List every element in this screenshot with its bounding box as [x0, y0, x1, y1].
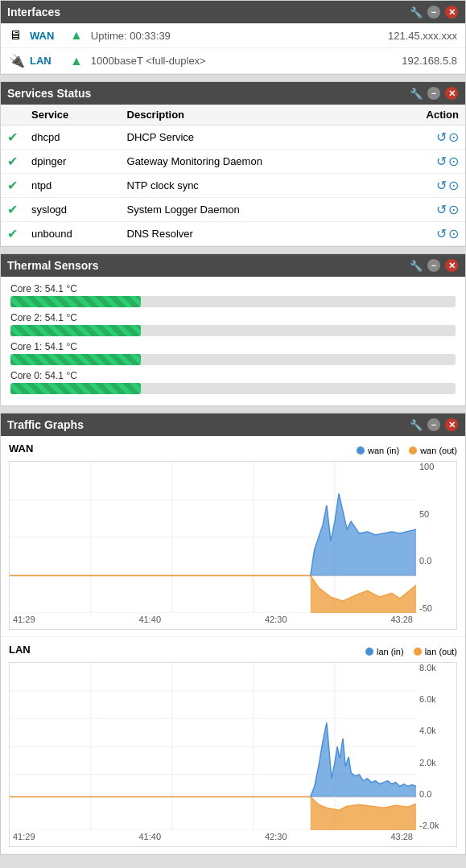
- service-status-3: ✔: [1, 198, 25, 222]
- lan-y-2k: 2.0k: [419, 758, 453, 767]
- wan-x-42-30: 42:30: [265, 615, 287, 627]
- service-stop-icon-1[interactable]: ⊙: [448, 154, 459, 169]
- thermal-header-icons: 🔧 − ✕: [409, 258, 459, 273]
- wan-x-axis: 41:29 41:40 42:30 43:28: [10, 613, 416, 629]
- service-status-1: ✔: [1, 150, 25, 174]
- service-stop-icon-0[interactable]: ⊙: [448, 130, 459, 145]
- lan-graph-title: LAN: [9, 644, 31, 656]
- service-desc-1: Gateway Monitoring Daemon: [121, 150, 385, 174]
- service-row: ✔ unbound DNS Resolver ↺ ⊙: [1, 222, 465, 246]
- traffic-panel: Traffic Graphs 🔧 − ✕ WAN wan (in) wan (o…: [0, 413, 466, 855]
- thermal-wrench-icon[interactable]: 🔧: [409, 258, 423, 273]
- lan-y-4k: 4.0k: [419, 726, 453, 735]
- wan-y-label-0: 0.0: [419, 556, 453, 566]
- service-actions-3: ↺ ⊙: [385, 198, 465, 222]
- services-close-icon[interactable]: ✕: [444, 86, 459, 101]
- service-stop-icon-4[interactable]: ⊙: [448, 226, 459, 241]
- wan-y-label-neg50: -50: [419, 603, 453, 613]
- service-name-4: unbound: [25, 222, 121, 246]
- service-ok-icon-4: ✔: [7, 227, 18, 241]
- wan-out-legend: wan (out): [409, 446, 457, 455]
- thermal-close-icon[interactable]: ✕: [444, 258, 459, 273]
- traffic-wrench-icon[interactable]: 🔧: [409, 418, 423, 432]
- lan-x-41-29: 41:29: [13, 832, 35, 845]
- thermal-minimize-icon[interactable]: −: [427, 258, 441, 273]
- lan-graph-header: LAN lan (in) lan (out): [9, 644, 457, 659]
- traffic-close-icon[interactable]: ✕: [444, 418, 459, 432]
- thermal-row-2: Core 1: 54.1 °C: [10, 341, 456, 365]
- wan-uptime: Uptime: 00:33:39: [91, 30, 388, 42]
- wan-in-label: wan (in): [368, 446, 399, 455]
- minimize-icon[interactable]: −: [427, 5, 441, 19]
- thermal-bar-fill-1: [10, 325, 141, 336]
- thermal-bar-fill-2: [10, 354, 141, 365]
- thermal-title: Thermal Sensors: [7, 259, 99, 272]
- service-ok-icon-3: ✔: [7, 203, 18, 216]
- lan-x-42-30: 42:30: [265, 832, 287, 845]
- status-col-header: [1, 105, 25, 125]
- service-actions-4: ↺ ⊙: [385, 222, 465, 246]
- lan-interface-link[interactable]: LAN: [30, 55, 70, 67]
- service-desc-2: NTP clock sync: [121, 174, 385, 198]
- thermal-label-0: Core 3: 54.1 °C: [10, 283, 456, 294]
- services-panel: Services Status 🔧 − ✕ Service Descriptio…: [0, 81, 466, 247]
- wan-status-arrow: ▲: [70, 28, 83, 43]
- service-status-4: ✔: [1, 222, 25, 246]
- service-name-0: dhcpd: [25, 125, 121, 150]
- services-wrench-icon[interactable]: 🔧: [409, 86, 423, 101]
- service-name-3: syslogd: [25, 198, 121, 222]
- service-stop-icon-3[interactable]: ⊙: [448, 202, 459, 217]
- wan-out-dot: [409, 446, 417, 455]
- lan-in-dot: [365, 648, 373, 656]
- services-header-icons: 🔧 − ✕: [409, 86, 459, 101]
- service-restart-icon-4[interactable]: ↺: [436, 226, 447, 241]
- thermal-row-1: Core 2: 54.1 °C: [10, 312, 456, 336]
- service-stop-icon-2[interactable]: ⊙: [448, 178, 459, 193]
- lan-in-label: lan (in): [377, 647, 404, 656]
- wan-x-41-29: 41:29: [13, 615, 35, 627]
- thermal-bar-fill-3: [10, 383, 141, 394]
- wan-device-icon: 🖥: [9, 28, 27, 43]
- wan-graph-legend: wan (in) wan (out): [357, 446, 457, 455]
- service-name-1: dpinger: [25, 150, 121, 174]
- lan-graph-legend: lan (in) lan (out): [365, 647, 457, 656]
- thermal-row-0: Core 3: 54.1 °C: [10, 283, 456, 307]
- wrench-icon[interactable]: 🔧: [409, 5, 423, 19]
- action-col-header: Action: [385, 105, 465, 125]
- service-col-header: Service: [25, 105, 121, 125]
- thermal-label-2: Core 1: 54.1 °C: [10, 341, 456, 352]
- services-header-row: Service Description Action: [1, 105, 465, 125]
- thermal-label-3: Core 0: 54.1 °C: [10, 370, 456, 381]
- service-row: ✔ syslogd System Logger Daemon ↺ ⊙: [1, 198, 465, 222]
- thermal-row-3: Core 0: 54.1 °C: [10, 370, 456, 394]
- service-actions-2: ↺ ⊙: [385, 174, 465, 198]
- wan-graph-section: WAN wan (in) wan (out): [1, 436, 465, 637]
- service-row: ✔ dpinger Gateway Monitoring Daemon ↺ ⊙: [1, 150, 465, 174]
- service-row: ✔ dhcpd DHCP Service ↺ ⊙: [1, 125, 465, 150]
- service-restart-icon-1[interactable]: ↺: [436, 154, 447, 169]
- service-name-2: ntpd: [25, 174, 121, 198]
- thermal-panel: Thermal Sensors 🔧 − ✕ Core 3: 54.1 °C Co…: [0, 253, 466, 406]
- lan-y-0: 0.0: [419, 789, 453, 799]
- service-restart-icon-2[interactable]: ↺: [436, 178, 447, 193]
- service-restart-icon-3[interactable]: ↺: [436, 202, 447, 217]
- lan-info: 1000baseT <full-duplex>: [91, 55, 402, 67]
- service-ok-icon-0: ✔: [7, 130, 18, 144]
- close-icon[interactable]: ✕: [444, 5, 459, 19]
- svg-marker-21: [311, 796, 416, 830]
- service-restart-icon-0[interactable]: ↺: [436, 130, 447, 145]
- lan-out-label: lan (out): [425, 647, 457, 656]
- wan-in-legend: wan (in): [357, 446, 399, 455]
- traffic-minimize-icon[interactable]: −: [427, 418, 441, 432]
- interfaces-header: Interfaces 🔧 − ✕: [1, 1, 465, 23]
- lan-ip: 192.168.5.8: [402, 55, 457, 67]
- services-table: Service Description Action ✔ dhcpd DHCP …: [1, 105, 465, 246]
- services-minimize-icon[interactable]: −: [427, 86, 441, 101]
- lan-x-axis: 41:29 41:40 42:30 43:28: [10, 830, 416, 846]
- service-row: ✔ ntpd NTP clock sync ↺ ⊙: [1, 174, 465, 198]
- wan-graph-header: WAN wan (in) wan (out): [9, 442, 457, 458]
- lan-in-legend: lan (in): [365, 647, 404, 656]
- wan-interface-link[interactable]: WAN: [30, 30, 70, 42]
- service-desc-4: DNS Resolver: [121, 222, 385, 246]
- service-ok-icon-1: ✔: [7, 154, 18, 168]
